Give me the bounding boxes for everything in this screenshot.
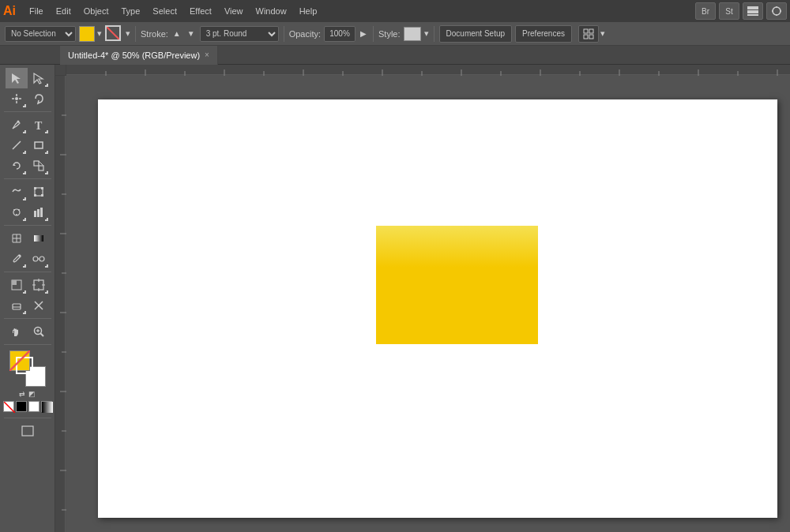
selection-dropdown[interactable]: No Selection <box>5 26 76 42</box>
fill-dropdown-arrow[interactable]: ▾ <box>97 28 102 39</box>
arrange-icon[interactable] <box>578 25 599 43</box>
white-swatch[interactable] <box>28 401 40 412</box>
menu-right-icons: Br St <box>695 2 787 20</box>
tool-row-8 <box>0 228 55 249</box>
opacity-more-btn[interactable]: ▶ <box>359 29 368 38</box>
horizontal-ruler <box>66 65 790 76</box>
stroke-label: Stroke: <box>141 29 168 39</box>
gradient-tool[interactable] <box>28 228 50 249</box>
warp-tool[interactable] <box>6 182 28 202</box>
menu-object[interactable]: Object <box>78 5 115 17</box>
symbol-sprayer-tool[interactable] <box>6 202 28 223</box>
artboard-tool[interactable] <box>28 275 50 295</box>
tool-row-2 <box>0 88 55 109</box>
svg-rect-31 <box>34 194 36 197</box>
tools-panel: T <box>0 65 55 532</box>
type-tool[interactable]: T <box>28 114 50 135</box>
tool-divider-3 <box>4 225 51 226</box>
blend-tool[interactable] <box>28 249 50 269</box>
foreground-color-swatch[interactable] <box>9 350 30 371</box>
lasso-tool[interactable] <box>28 88 50 109</box>
change-screen-mode-btn[interactable] <box>17 421 39 441</box>
svg-rect-46 <box>34 235 43 242</box>
svg-point-36 <box>16 214 17 215</box>
rotate-tool[interactable] <box>6 155 28 176</box>
mini-swatches <box>3 401 52 412</box>
ruler-corner <box>55 65 66 76</box>
stroke-width-select[interactable]: 3 pt. Round <box>200 26 279 42</box>
gradient-swatch[interactable] <box>41 401 52 412</box>
style-dropdown-arrow[interactable]: ▾ <box>424 28 429 39</box>
magic-wand-tool[interactable] <box>6 88 28 109</box>
tool-row-10 <box>0 275 55 295</box>
svg-point-19 <box>15 97 18 100</box>
svg-rect-52 <box>12 280 17 285</box>
stroke-up-btn[interactable]: ▲ <box>171 29 182 38</box>
eraser-tool[interactable] <box>6 295 28 316</box>
free-transform-tool[interactable] <box>28 182 50 202</box>
workspaces-icon[interactable] <box>743 2 763 20</box>
canvas-object-rect[interactable] <box>376 226 538 344</box>
svg-line-27 <box>39 161 43 166</box>
scale-tool[interactable] <box>28 155 50 176</box>
none-swatch[interactable] <box>3 401 14 412</box>
live-paint-tool[interactable] <box>6 275 28 295</box>
menu-view[interactable]: View <box>219 5 249 17</box>
swap-colors-btn[interactable]: ⇄ <box>19 390 25 398</box>
document-tab[interactable]: Untitled-4* @ 50% (RGB/Preview) × <box>60 46 218 65</box>
preferences-button[interactable]: Preferences <box>515 25 572 43</box>
tool-divider-4 <box>4 272 51 272</box>
svg-marker-13 <box>12 73 21 84</box>
graph-tool[interactable] <box>28 202 50 223</box>
menu-effect[interactable]: Effect <box>184 5 217 17</box>
rectangle-tool[interactable] <box>28 135 50 155</box>
stroke-swatch-area[interactable] <box>105 25 122 43</box>
svg-rect-10 <box>589 29 593 33</box>
tool-divider-7 <box>4 418 51 418</box>
arrange-dropdown-arrow[interactable]: ▾ <box>600 28 605 39</box>
svg-rect-0 <box>747 6 758 9</box>
svg-rect-26 <box>39 166 43 170</box>
menu-file[interactable]: File <box>24 5 49 17</box>
zoom-tool[interactable] <box>28 321 50 342</box>
black-swatch[interactable] <box>16 401 27 412</box>
pen-tool[interactable] <box>6 114 28 135</box>
mesh-tool[interactable] <box>6 228 28 249</box>
default-colors-btn[interactable]: ◩ <box>28 390 36 398</box>
svg-rect-2 <box>747 14 758 16</box>
svg-line-67 <box>4 402 15 413</box>
stroke-dropdown-arrow[interactable]: ▾ <box>126 28 130 39</box>
style-swatch[interactable] <box>404 27 421 41</box>
document-setup-button[interactable]: Document Setup <box>439 25 513 43</box>
selection-tool[interactable] <box>6 68 28 88</box>
bridge-icon[interactable]: Br <box>695 2 716 20</box>
tab-close-button[interactable]: × <box>205 51 209 59</box>
artboard[interactable] <box>98 99 777 518</box>
tool-row-1 <box>0 68 55 88</box>
fg-bg-swatches <box>9 350 46 387</box>
hand-tool[interactable] <box>6 321 28 342</box>
svg-point-48 <box>33 257 38 261</box>
svg-rect-29 <box>34 187 36 189</box>
menu-window[interactable]: Window <box>250 5 292 17</box>
svg-rect-38 <box>37 209 40 217</box>
fill-color-swatch[interactable] <box>79 26 95 42</box>
svg-line-63 <box>40 334 43 337</box>
svg-rect-12 <box>589 35 593 39</box>
scissors-tool[interactable] <box>28 295 50 316</box>
app-logo: Ai <box>3 4 16 18</box>
svg-point-35 <box>18 209 20 211</box>
menu-help[interactable]: Help <box>294 5 323 17</box>
menu-type[interactable]: Type <box>116 5 146 17</box>
stock-icon[interactable]: St <box>719 2 739 20</box>
line-tool[interactable] <box>6 135 28 155</box>
direct-selection-tool[interactable] <box>28 68 50 88</box>
menu-select[interactable]: Select <box>147 5 182 17</box>
svg-rect-1 <box>747 10 758 13</box>
burst-icon[interactable] <box>766 2 787 20</box>
stroke-down-btn[interactable]: ▼ <box>186 29 197 38</box>
eyedropper-tool[interactable] <box>6 249 28 269</box>
opacity-input[interactable] <box>324 26 356 42</box>
menu-edit[interactable]: Edit <box>51 5 77 17</box>
svg-rect-11 <box>584 35 588 39</box>
